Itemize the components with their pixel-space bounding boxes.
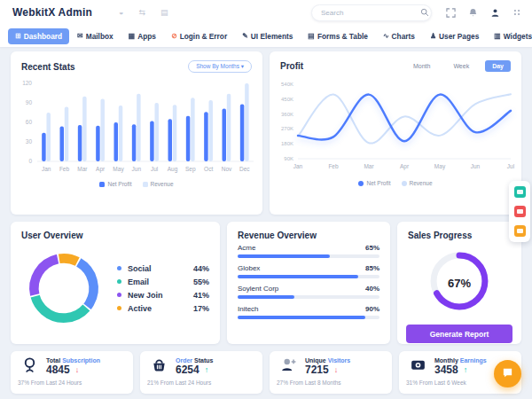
user-overview-legend: Social44%Email55%New Join41%Active17% bbox=[117, 260, 209, 317]
legend-item-net-profit[interactable]: Net Profit bbox=[99, 181, 131, 187]
svg-text:360K: 360K bbox=[281, 112, 293, 117]
app-orange-icon[interactable] bbox=[514, 225, 526, 237]
revenue-progress-list: Acme65%Globex85%Soylent Corp40%Initech90… bbox=[227, 242, 390, 327]
user-pages-icon: ♟ bbox=[430, 32, 436, 40]
svg-text:Mar: Mar bbox=[77, 166, 88, 172]
line-chart-legend: Net ProfitRevenue bbox=[270, 180, 521, 186]
user-overview-card: User Overview Social44%Email55%New Join4… bbox=[11, 222, 220, 344]
kpi-stats-row: Total Subscription4845↓37% From Last 24 … bbox=[11, 351, 521, 394]
legend-marker bbox=[358, 181, 364, 186]
legend-marker bbox=[99, 182, 105, 187]
svg-text:Feb: Feb bbox=[328, 163, 339, 169]
nav-item-login-error[interactable]: ⊘Login & Error bbox=[164, 28, 234, 44]
search-box[interactable] bbox=[311, 4, 432, 21]
svg-text:Sep: Sep bbox=[185, 166, 196, 173]
nav-item-label: Forms & Table bbox=[317, 32, 368, 41]
bell-icon[interactable] bbox=[468, 8, 478, 18]
search-icon[interactable] bbox=[420, 4, 429, 20]
nav-item-ui-elements[interactable]: ✎UI Elements bbox=[235, 28, 300, 44]
stat-card-order-status: Order Status6254↑21% From Last 24 Hours bbox=[140, 351, 262, 394]
trend-down-icon: ↓ bbox=[334, 365, 339, 374]
legend-item-revenue[interactable]: Revenue bbox=[143, 181, 174, 187]
stat-title: Unique Visitors bbox=[305, 357, 350, 364]
nav-item-user-pages[interactable]: ♟User Pages bbox=[423, 28, 486, 44]
sales-progress-card: Sales Progress 67% Generate Report bbox=[397, 222, 521, 344]
nav-item-label: Login & Error bbox=[180, 32, 227, 41]
sort-icon[interactable]: ⇆ bbox=[138, 8, 145, 17]
nav-item-apps[interactable]: ▦Apps bbox=[121, 28, 163, 44]
svg-text:270K: 270K bbox=[281, 126, 293, 131]
svg-text:Oct: Oct bbox=[204, 166, 213, 172]
svg-text:540K: 540K bbox=[281, 82, 293, 87]
range-button-day[interactable]: Day bbox=[485, 60, 511, 72]
user-overview-title: User Overview bbox=[21, 231, 83, 240]
range-button-month[interactable]: Month bbox=[406, 60, 437, 72]
sales-progress-title: Sales Progress bbox=[408, 231, 472, 240]
nav-item-label: Mailbox bbox=[86, 32, 113, 41]
grid-dots-icon[interactable] bbox=[512, 8, 521, 17]
stat-title: Order Status bbox=[176, 357, 213, 364]
svg-text:May: May bbox=[113, 166, 124, 173]
user-overview-row-new-join: New Join41% bbox=[117, 291, 209, 300]
stat-title: Total Subscription bbox=[46, 357, 100, 364]
svg-text:180K: 180K bbox=[281, 141, 293, 146]
svg-text:Dec: Dec bbox=[239, 166, 250, 172]
stat-note: 21% From Last 24 Hours bbox=[147, 379, 255, 386]
svg-text:Jan: Jan bbox=[42, 166, 51, 172]
revenue-row-soylent-corp: Soylent Corp40% bbox=[238, 285, 379, 299]
profit-card: Profit MonthWeekDay 540K450K360K270K180K… bbox=[270, 51, 521, 215]
stat-value: 3458↑ bbox=[434, 364, 487, 376]
app-teal-icon[interactable] bbox=[514, 186, 526, 198]
pencil-icon: ✎ bbox=[242, 32, 248, 40]
legend-item-revenue[interactable]: Revenue bbox=[402, 180, 433, 186]
svg-text:450K: 450K bbox=[281, 97, 293, 102]
user-overview-row-social: Social44% bbox=[117, 264, 209, 273]
nav-item-forms-table[interactable]: ▤Forms & Table bbox=[301, 28, 375, 44]
legend-marker bbox=[143, 182, 148, 187]
revenue-row-initech: Initech90% bbox=[238, 305, 379, 319]
profit-title: Profit bbox=[280, 61, 303, 71]
revenue-row-globex: Globex85% bbox=[238, 264, 379, 278]
user-overview-value: 17% bbox=[193, 304, 209, 313]
header-right-icons bbox=[446, 8, 521, 18]
nav-item-label: Apps bbox=[137, 32, 156, 41]
chart-icon: ∿ bbox=[383, 32, 389, 40]
trend-down-icon: ↓ bbox=[75, 365, 80, 374]
show-by-months-button[interactable]: Show By Months ▾ bbox=[188, 60, 252, 73]
nav-item-mailbox[interactable]: ✉Mailbox bbox=[70, 28, 121, 44]
svg-text:90: 90 bbox=[26, 99, 33, 106]
user-overview-row-active: Active17% bbox=[117, 304, 209, 313]
widgets-icon: ▥ bbox=[494, 32, 501, 40]
legend-dot bbox=[117, 279, 121, 284]
nav-item-widgets[interactable]: ▥Widgets bbox=[487, 28, 532, 44]
trend-up-icon: ↑ bbox=[205, 365, 209, 374]
revenue-overview-title: Revenue Overview bbox=[238, 231, 317, 240]
generate-report-button[interactable]: Generate Report bbox=[406, 325, 512, 343]
add-user-icon bbox=[280, 356, 297, 377]
svg-text:Apr: Apr bbox=[400, 163, 410, 170]
nav-item-charts[interactable]: ∿Charts bbox=[376, 28, 422, 44]
svg-text:Jan: Jan bbox=[293, 163, 303, 169]
basket-icon bbox=[151, 356, 168, 377]
clipboard-icon[interactable]: ▤ bbox=[160, 8, 168, 17]
profit-line-chart: 540K450K360K270K180K90KJanFebMarAprMayJu… bbox=[273, 75, 518, 182]
fullscreen-icon[interactable] bbox=[446, 8, 456, 18]
minus-circle-icon[interactable]: ◒ bbox=[119, 8, 123, 17]
chat-fab-button[interactable] bbox=[494, 360, 521, 387]
svg-text:Jul: Jul bbox=[151, 166, 159, 172]
user-icon[interactable] bbox=[490, 8, 500, 18]
revenue-overview-card: Revenue Overview Acme65%Globex85%Soylent… bbox=[227, 222, 390, 344]
user-overview-value: 41% bbox=[193, 291, 209, 300]
app-red-icon[interactable] bbox=[514, 206, 526, 217]
header-left-icons: ◒ ⇆ ▤ bbox=[119, 8, 168, 17]
svg-text:Mar: Mar bbox=[364, 163, 374, 169]
stat-card-unique-visitors: Unique Visitors7215↓27% From Last 8 Mont… bbox=[270, 351, 392, 394]
range-button-week[interactable]: Week bbox=[446, 60, 476, 72]
legend-item-net-profit[interactable]: Net Profit bbox=[358, 180, 390, 186]
table-icon: ▤ bbox=[308, 32, 315, 40]
search-input[interactable] bbox=[319, 8, 420, 18]
stat-value: 6254↑ bbox=[176, 364, 213, 376]
nav-item-label: Charts bbox=[392, 32, 415, 41]
nav-item-dashboard[interactable]: ⊞Dashboard bbox=[8, 28, 69, 44]
sales-progress-percent: 67% bbox=[422, 244, 497, 322]
